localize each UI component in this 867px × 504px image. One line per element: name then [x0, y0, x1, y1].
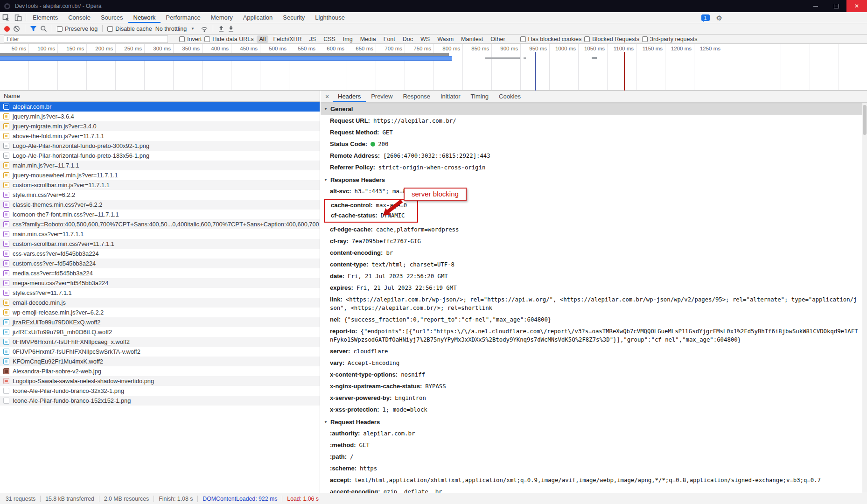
settings-gear-icon[interactable]: ⚙ [716, 14, 722, 21]
filter-input[interactable] [4, 35, 168, 43]
inspect-element-icon[interactable] [0, 12, 12, 23]
response-headers-section-header[interactable]: ▼ Response Headers [321, 174, 862, 186]
request-headers-section-header[interactable]: ▼ Request Headers [321, 416, 862, 428]
tab-performance[interactable]: Performance [161, 12, 205, 23]
request-row[interactable]: KFOmCnqEu92Fr1Mu4mxK.woff2 [0, 357, 320, 366]
header-name: nel: [330, 316, 341, 323]
request-row[interactable]: Icone-Ale-Pilar-fundo-branco-152x152-1.p… [0, 396, 320, 406]
tab-memory[interactable]: Memory [206, 12, 238, 23]
header-row: report-to:{"endpoints":[{"url":"https:\/… [321, 326, 862, 346]
preserve-log-checkbox[interactable]: Preserve log [57, 26, 98, 32]
minimize-button[interactable] [805, 0, 826, 12]
request-row[interactable]: Icone-Ale-Pilar-fundo-branco-32x32-1.png [0, 386, 320, 396]
request-row[interactable]: media.css?ver=fd545bb3a224 [0, 268, 320, 278]
filter-chip-wasm[interactable]: Wasm [434, 35, 456, 43]
tab-network[interactable]: Network [128, 12, 161, 23]
tab-sources[interactable]: Sources [96, 12, 128, 23]
details-scrollbar[interactable] [862, 103, 867, 493]
request-row[interactable]: main.min.js?ver=11.7.1.1 [0, 161, 320, 170]
filter-chip-font[interactable]: Font [381, 35, 398, 43]
network-conditions-icon[interactable] [201, 26, 208, 32]
tab-application[interactable]: Application [238, 12, 278, 23]
filter-chip-ws[interactable]: WS [418, 35, 433, 43]
request-row[interactable]: email-decode.min.js [0, 298, 320, 308]
filter-chip-other[interactable]: Other [488, 35, 508, 43]
request-row[interactable]: style.min.css?ver=6.2.2 [0, 190, 320, 200]
filter-chip-all[interactable]: All [257, 35, 269, 43]
details-tab-preview[interactable]: Preview [366, 91, 398, 102]
tab-lighthouse[interactable]: Lighthouse [310, 12, 350, 23]
request-row[interactable]: Logotipo-Sawala-sawala-nelesl-shadow-inv… [0, 376, 320, 386]
header-row: Request URL:https://alepilar.com.br/ [321, 115, 862, 127]
clear-network-log-icon[interactable] [13, 25, 20, 32]
request-row[interactable]: main.min.css?ver=11.7.1.1 [0, 229, 320, 239]
details-tab-response[interactable]: Response [398, 91, 435, 102]
request-row[interactable]: jizaRExUiTo99u79D0KExQ.woff2 [0, 317, 320, 327]
filter-chip-manifest[interactable]: Manifest [458, 35, 486, 43]
details-tab-headers[interactable]: Headers [333, 91, 366, 102]
general-section-header[interactable]: ▼ General [321, 103, 862, 115]
scrollbar-thumb[interactable] [863, 105, 867, 135]
import-har-icon[interactable] [218, 25, 224, 32]
request-row[interactable]: Alexandra-Pilar-sobre-v2-web.jpg [0, 366, 320, 376]
search-icon[interactable] [40, 25, 47, 32]
css-file-icon [3, 221, 9, 227]
disable-cache-checkbox[interactable]: Disable cache [107, 26, 152, 32]
request-row[interactable]: jquery.min.js?ver=3.6.4 [0, 112, 320, 121]
request-row[interactable]: 0FIMVP6Hrxmt7-fsUFhIFXNIlpcaeg_x.woff2 [0, 337, 320, 347]
filter-chip-doc[interactable]: Doc [400, 35, 416, 43]
window-close-button[interactable] [846, 0, 867, 12]
tab-elements[interactable]: Elements [28, 12, 63, 23]
has-blocked-cookies-checkbox[interactable]: Has blocked cookies [520, 36, 582, 42]
request-row[interactable]: mega-menu.css?ver=fd545bb3a224 [0, 278, 320, 288]
request-row[interactable]: classic-themes.min.css?ver=6.2.2 [0, 200, 320, 210]
request-row[interactable]: css?family=Roboto:400,500,600,700%7CPT+S… [0, 219, 320, 229]
header-value: BYPASS [425, 383, 446, 390]
blocked-requests-checkbox[interactable]: Blocked Requests [584, 36, 639, 42]
filter-chip-fetch-xhr[interactable]: Fetch/XHR [270, 35, 304, 43]
network-overview-timeline[interactable]: 50 ms100 ms150 ms200 ms250 ms300 ms350 m… [0, 44, 867, 91]
throttling-dropdown[interactable]: No throttling ▼ [155, 26, 195, 32]
record-network-log-icon[interactable] [4, 26, 10, 32]
close-details-icon[interactable]: × [322, 91, 333, 102]
third-party-requests-checkbox[interactable]: 3rd-party requests [642, 36, 697, 42]
export-har-icon[interactable] [228, 25, 234, 32]
device-toolbar-icon[interactable] [12, 12, 24, 23]
request-row[interactable]: wp-emoji-release.min.js?ver=6.2.2 [0, 308, 320, 317]
img-file-icon [3, 153, 9, 159]
restore-button[interactable] [826, 0, 846, 12]
details-tab-initiator[interactable]: Initiator [435, 91, 466, 102]
invert-checkbox[interactable]: Invert [179, 36, 202, 42]
filter-chip-media[interactable]: Media [357, 35, 379, 43]
request-row[interactable]: alepilar.com.br [0, 102, 320, 112]
request-row[interactable]: style.css?ver=11.7.1.1 [0, 288, 320, 298]
console-messages-badge-icon[interactable]: 1 [701, 14, 710, 21]
request-row[interactable]: Logo-Ale-Pilar-horizontal-fundo-preto-18… [0, 151, 320, 161]
request-row[interactable]: custom.css?ver=fd545bb3a224 [0, 259, 320, 268]
header-value: 1; mode=block [382, 406, 427, 413]
request-row[interactable]: jquery-migrate.min.js?ver=3.4.0 [0, 121, 320, 131]
hide-data-urls-checkbox[interactable]: Hide data URLs [204, 36, 253, 42]
request-row[interactable]: jquery-mousewheel.min.js?ver=11.7.1.1 [0, 170, 320, 180]
collapse-triangle-icon: ▼ [324, 107, 328, 111]
request-row[interactable]: 0FIJVP6Hrxmt7-fsUFhIFXNIlpcSwSrkTA-v.wof… [0, 347, 320, 357]
js-file-icon [3, 300, 9, 306]
name-column-header[interactable]: Name [0, 91, 320, 102]
request-row[interactable]: jizfRExUiTo99u79B_mh0O6tLQ.woff2 [0, 327, 320, 337]
tab-console[interactable]: Console [63, 12, 96, 23]
details-tab-cookies[interactable]: Cookies [494, 91, 526, 102]
request-row[interactable]: Logo-Ale-Pilar-horizontal-fundo-preto-30… [0, 141, 320, 151]
header-name: x-content-type-options: [330, 371, 398, 378]
details-tab-timing[interactable]: Timing [466, 91, 494, 102]
tab-security[interactable]: Security [278, 12, 310, 23]
request-row[interactable]: custom-scrollbar.min.css?ver=11.7.1.1 [0, 239, 320, 249]
server-blocking-annotation-label: server blocking [404, 188, 467, 201]
filter-icon[interactable] [30, 26, 37, 32]
filter-chip-js[interactable]: JS [307, 35, 319, 43]
request-row[interactable]: icomoon-the7-font.min.css?ver=11.7.1.1 [0, 210, 320, 219]
request-row[interactable]: above-the-fold.min.js?ver=11.7.1.1 [0, 131, 320, 141]
request-row[interactable]: css-vars.css?ver=fd545bb3a224 [0, 249, 320, 259]
filter-chip-img[interactable]: Img [340, 35, 356, 43]
request-row[interactable]: custom-scrollbar.min.js?ver=11.7.1.1 [0, 180, 320, 190]
filter-chip-css[interactable]: CSS [321, 35, 338, 43]
